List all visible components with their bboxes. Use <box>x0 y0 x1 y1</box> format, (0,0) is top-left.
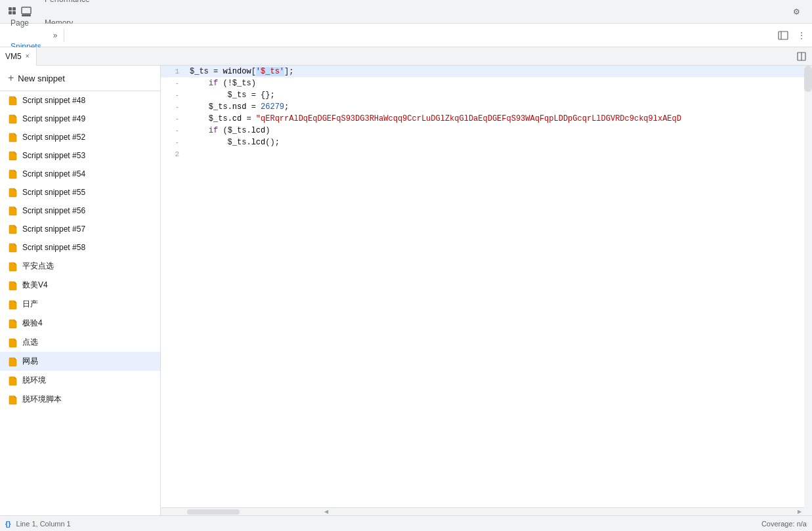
code-line: - if (!$_ts) <box>161 77 812 89</box>
code-line: 1$_ts = window['$_ts']; <box>161 66 812 77</box>
cursor-position: Line 1, Column 1 <box>16 520 71 528</box>
snippet-file-icon <box>8 261 18 272</box>
line-content[interactable]: $_ts = {}; <box>187 89 812 101</box>
line-content[interactable]: if ($_ts.lcd) <box>187 125 812 137</box>
snippet-label: 数美V4 <box>22 280 48 291</box>
snippet-item-2[interactable]: Script snippet #49 <box>0 110 160 128</box>
line-number: - <box>161 137 187 148</box>
snippet-label: 极验4 <box>22 318 43 329</box>
status-bar: {} Line 1, Column 1 Coverage: n/a <box>0 515 812 531</box>
svg-rect-1 <box>12 7 16 11</box>
new-snippet-label: New snippet <box>18 74 65 83</box>
snippet-item-1[interactable]: Script snippet #48 <box>0 91 160 110</box>
split-editor-icon[interactable] <box>794 49 809 64</box>
code-line: - $_ts.lcd(); <box>161 137 812 148</box>
top-tab-bar: ElementsConsoleSourcesNetworkPerformance… <box>0 0 812 24</box>
snippet-item-4[interactable]: Script snippet #53 <box>0 146 160 165</box>
curly-braces-icon: {} <box>5 520 11 528</box>
snippet-item-13[interactable]: 极验4 <box>0 314 160 333</box>
snippet-item-5[interactable]: Script snippet #54 <box>0 165 160 183</box>
line-content[interactable]: $_ts = window['$_ts']; <box>187 66 812 77</box>
line-number: - <box>161 101 187 113</box>
top-tab-right: ⚙ <box>783 4 809 20</box>
snippet-item-16[interactable]: 脱环境 <box>0 371 160 390</box>
snippet-file-icon <box>8 169 18 179</box>
snippet-label: Script snippet #53 <box>22 151 85 160</box>
horizontal-scrollbar[interactable]: ◀ ▶ <box>161 507 812 515</box>
snippet-item-8[interactable]: Script snippet #57 <box>0 220 160 238</box>
sub-tab-page[interactable]: Page <box>3 12 49 35</box>
vertical-scrollbar-thumb[interactable] <box>804 66 812 92</box>
snippet-label: Script snippet #48 <box>22 96 85 105</box>
sub-tab-actions: ⋮ <box>775 28 809 43</box>
snippet-file-icon <box>8 299 18 310</box>
more-tabs-button[interactable]: » <box>49 24 62 47</box>
snippet-label: Script snippet #55 <box>22 188 85 197</box>
snippet-label: 脱环境脚本 <box>22 394 62 405</box>
line-content[interactable] <box>187 148 812 160</box>
scroll-right-arrow[interactable]: ▶ <box>796 508 803 516</box>
vertical-scrollbar[interactable] <box>804 66 812 515</box>
code-line: - $_ts = {}; <box>161 89 812 101</box>
snippet-file-icon <box>8 205 18 216</box>
snippet-label: Script snippet #57 <box>22 224 85 234</box>
status-left: {} Line 1, Column 1 <box>5 520 71 528</box>
line-number: - <box>161 77 187 89</box>
snippet-label: Script snippet #52 <box>22 133 85 142</box>
snippet-item-15[interactable]: 网易 <box>0 352 160 371</box>
horizontal-scrollbar-thumb[interactable] <box>187 509 240 515</box>
snippet-file-icon <box>8 132 18 142</box>
svg-rect-0 <box>9 7 12 11</box>
sidebar-toggle-icon[interactable] <box>775 28 791 43</box>
snippet-item-3[interactable]: Script snippet #52 <box>0 128 160 146</box>
snippet-file-icon <box>8 242 18 253</box>
file-tab-bar: VM5× <box>0 47 812 66</box>
file-tabs-container: VM5× <box>0 47 37 66</box>
snippet-item-9[interactable]: Script snippet #58 <box>0 238 160 257</box>
line-number: - <box>161 113 187 125</box>
line-content[interactable]: if (!$_ts) <box>187 77 812 89</box>
snippet-list: Script snippet #48 Script snippet #49 Sc… <box>0 91 160 515</box>
more-options-icon[interactable]: ⋮ <box>794 28 809 43</box>
code-line: - if ($_ts.lcd) <box>161 125 812 137</box>
snippet-file-icon <box>8 114 18 124</box>
snippet-item-11[interactable]: 数美V4 <box>0 276 160 295</box>
line-number: 1 <box>161 66 187 77</box>
snippet-item-7[interactable]: Script snippet #56 <box>0 202 160 220</box>
settings-icon[interactable]: ⚙ <box>788 4 804 20</box>
line-content[interactable]: $_ts.nsd = 26279; <box>187 101 812 113</box>
snippet-item-17[interactable]: 脱环境脚本 <box>0 390 160 409</box>
line-number: - <box>161 125 187 137</box>
code-line: - $_ts.nsd = 26279; <box>161 101 812 113</box>
line-content[interactable]: $_ts.cd = "qERqrrAlDqEqDGEFqS93DG3RHaWcq… <box>187 113 812 125</box>
snippet-label: 点选 <box>22 337 38 348</box>
editor-area: 1$_ts = window['$_ts'];- if (!$_ts)- $_t… <box>161 66 812 515</box>
scroll-left-arrow[interactable]: ◀ <box>322 508 330 516</box>
snippet-label: 日产 <box>22 299 38 310</box>
snippet-item-12[interactable]: 日产 <box>0 295 160 314</box>
snippet-file-icon <box>8 150 18 161</box>
snippet-file-icon <box>8 187 18 198</box>
new-snippet-button[interactable]: + New snippet <box>0 66 160 91</box>
snippet-file-icon <box>8 318 18 329</box>
snippet-item-6[interactable]: Script snippet #55 <box>0 183 160 202</box>
snippet-file-icon <box>8 356 18 367</box>
code-line: 2 <box>161 148 812 160</box>
snippet-item-10[interactable]: 平安点选 <box>0 257 160 276</box>
sidebar: + New snippet Script snippet #48 Script … <box>0 66 161 515</box>
snippet-item-14[interactable]: 点选 <box>0 333 160 352</box>
line-content[interactable]: $_ts.lcd(); <box>187 137 812 148</box>
snippet-label: 平安点选 <box>22 261 54 272</box>
top-tab-performance[interactable]: Performance <box>37 0 136 12</box>
snippet-file-icon <box>8 95 18 106</box>
code-line: - $_ts.cd = "qERqrrAlDqEqDGEFqS93DG3RHaW… <box>161 113 812 125</box>
snippet-label: 网易 <box>22 356 38 367</box>
plus-icon: + <box>8 72 14 84</box>
file-tab-label: VM5 <box>5 52 22 61</box>
file-tab-vm5[interactable]: VM5× <box>0 47 37 66</box>
snippet-file-icon <box>8 224 18 234</box>
snippet-label: Script snippet #49 <box>22 114 85 123</box>
file-tab-close-vm5[interactable]: × <box>24 52 31 60</box>
code-editor[interactable]: 1$_ts = window['$_ts'];- if (!$_ts)- $_t… <box>161 66 812 507</box>
svg-rect-6 <box>779 32 788 39</box>
